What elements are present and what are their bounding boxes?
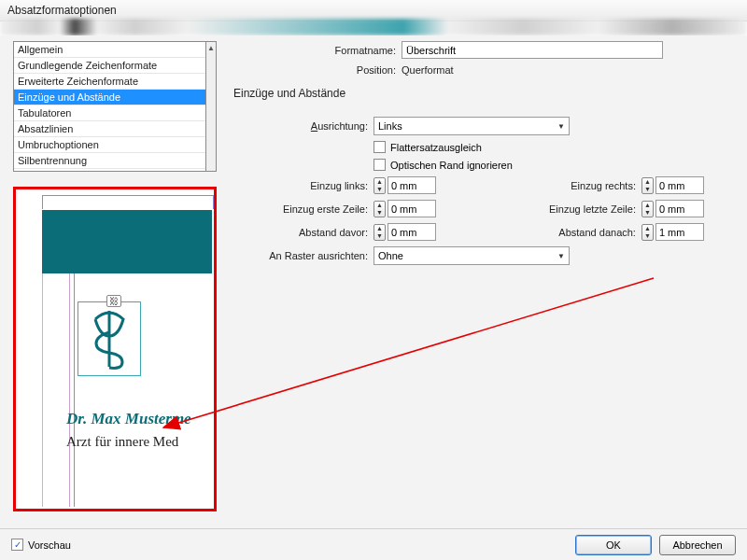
preview-heading: Dr. Max Musterme (66, 410, 191, 428)
preview-label: Vorschau (28, 539, 71, 551)
svg-line-0 (163, 278, 654, 427)
align-dropdown[interactable]: Links ▼ (374, 117, 570, 135)
chevron-down-icon: ▼ (557, 122, 565, 131)
formatname-input[interactable] (402, 41, 663, 59)
optical-margin-label: Optischen Rand ignorieren (390, 160, 513, 171)
space-after-label: Abstand danach: (539, 227, 641, 238)
formatname-label: Formatname: (233, 45, 402, 56)
align-to-grid-label: An Raster ausrichten: (233, 250, 374, 261)
preview-subheading: Arzt für innere Med (66, 434, 178, 450)
cancel-button[interactable]: Abbrechen (659, 535, 736, 555)
sidebar: Allgemein Grundlegende Zeichenformate Er… (13, 41, 217, 534)
sidebar-item-justification[interactable]: Abstände (14, 169, 205, 172)
preview-toggle[interactable]: Vorschau (11, 539, 71, 551)
sidebar-item-paragraph-rules[interactable]: Absatzlinien (14, 121, 205, 137)
last-line-input[interactable] (655, 200, 704, 217)
preview-checkbox[interactable] (11, 539, 23, 551)
indent-left-label: Einzug links: (233, 180, 374, 191)
first-line-field[interactable]: ▲▼ (374, 200, 436, 217)
align-label: usrichtung: (317, 120, 368, 132)
preview-header-band (42, 210, 212, 273)
first-line-label: Einzug erste Zeile: (233, 203, 374, 215)
position-label: Position: (233, 64, 402, 76)
preview-logo: ⛓ (78, 301, 141, 376)
sidebar-item-tabs[interactable]: Tabulatoren (14, 105, 205, 121)
sidebar-item-basic-char[interactable]: Grundlegende Zeichenformate (14, 58, 205, 74)
link-icon: ⛓ (106, 295, 121, 307)
chevron-down-icon: ▼ (557, 252, 565, 260)
sidebar-item-indents-spacing[interactable]: Einzüge und Abstände (14, 90, 205, 105)
indent-left-field[interactable]: ▲▼ (374, 176, 436, 194)
background-blur (0, 19, 747, 35)
document-preview: ⛓ Dr. Max Musterme Arzt für innere Med (13, 187, 217, 511)
flattersatz-checkbox[interactable] (374, 141, 386, 153)
indent-right-label: Einzug rechts: (539, 180, 641, 191)
form-panel: Formatname: Position: Querformat Einzüge… (233, 41, 738, 271)
space-before-label: Abstand davor: (233, 227, 374, 238)
space-after-field[interactable]: ▲▼ (641, 223, 704, 241)
flattersatz-label: Flattersatzausgleich (390, 142, 482, 153)
space-before-input[interactable] (388, 223, 436, 241)
dialog-footer: Vorschau OK Abbrechen (0, 528, 747, 560)
align-to-grid-value: Ohne (378, 250, 403, 261)
dialog-body: Allgemein Grundlegende Zeichenformate Er… (0, 35, 747, 560)
align-value: Links (378, 120, 402, 132)
sidebar-item-adv-char[interactable]: Erweiterte Zeichenformate (14, 74, 205, 90)
category-list[interactable]: Allgemein Grundlegende Zeichenformate Er… (13, 41, 206, 172)
section-title: Einzüge und Abstände (233, 87, 738, 100)
space-after-input[interactable] (655, 223, 704, 241)
space-before-field[interactable]: ▲▼ (374, 223, 436, 241)
indent-right-field[interactable]: ▲▼ (641, 176, 704, 194)
align-to-grid-dropdown[interactable]: Ohne ▼ (374, 246, 570, 265)
sidebar-item-hyphenation[interactable]: Silbentrennung (14, 153, 205, 169)
position-value: Querformat (402, 64, 454, 76)
optical-margin-checkbox[interactable] (374, 159, 386, 171)
indent-left-input[interactable] (388, 176, 436, 194)
scroll-up-icon[interactable]: ▲ (206, 42, 216, 53)
sidebar-item-general[interactable]: Allgemein (14, 42, 205, 58)
last-line-field[interactable]: ▲▼ (641, 200, 704, 217)
sidebar-scrollbar[interactable]: ▲ (206, 41, 217, 172)
sidebar-item-keep-options[interactable]: Umbruchoptionen (14, 137, 205, 153)
indent-right-input[interactable] (655, 176, 704, 194)
last-line-label: Einzug letzte Zeile: (539, 203, 641, 215)
ok-button[interactable]: OK (575, 535, 652, 555)
first-line-input[interactable] (388, 200, 436, 217)
